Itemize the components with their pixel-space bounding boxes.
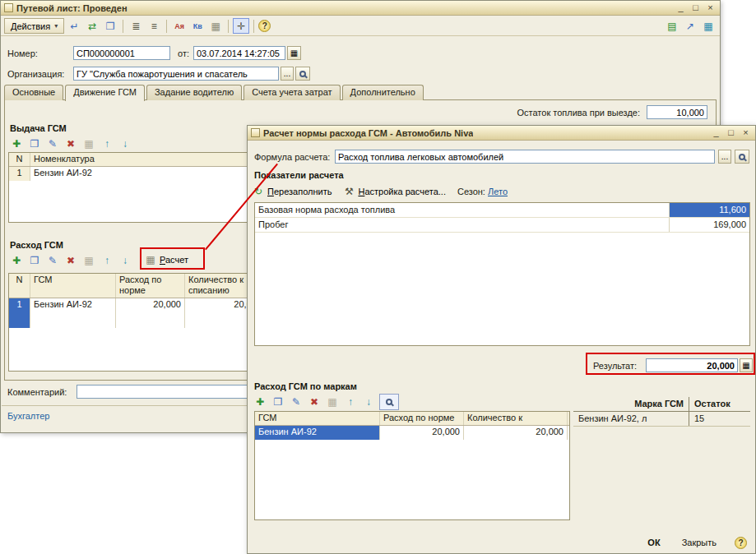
report-icon[interactable]: ▦ xyxy=(700,18,717,34)
calculator-icon[interactable]: ▦ xyxy=(740,358,753,372)
move-up-icon[interactable]: ↑ xyxy=(343,395,358,409)
formula-input[interactable] xyxy=(335,150,715,164)
row-number-cell[interactable]: 1 xyxy=(9,167,30,181)
main-titlebar: Путевой лист: Проведен _ □ × xyxy=(1,1,720,16)
column-header-n: N xyxy=(9,274,30,298)
brands-table-row[interactable]: Бензин АИ-92 20,000 20,000 xyxy=(255,426,569,440)
inactive-icon[interactable]: ▦ xyxy=(81,136,96,151)
copy-row-icon[interactable]: ❐ xyxy=(27,136,42,151)
search-icon[interactable] xyxy=(379,394,399,410)
tab-fuel-movement[interactable]: Движение ГСМ xyxy=(65,85,145,101)
season-label: Сезон: xyxy=(457,187,485,196)
minimize-icon[interactable]: _ xyxy=(675,2,687,13)
actions-button[interactable]: Действия ▾ xyxy=(4,18,64,34)
move-up-icon[interactable]: ↑ xyxy=(100,253,114,268)
date-from-label: от: xyxy=(178,48,189,58)
copy-icon[interactable]: ❐ xyxy=(102,18,118,34)
go-icon[interactable]: ↗ xyxy=(682,18,698,34)
delete-row-icon[interactable]: ✖ xyxy=(63,253,78,268)
dialog-buttons: ОК Закрыть ? xyxy=(644,536,747,549)
window-controls: _ □ × xyxy=(710,127,752,138)
indicator-value[interactable]: 169,000 xyxy=(669,218,749,232)
brands-table-header: ГСМ Расход по норме Количество к списани… xyxy=(255,412,569,426)
magnifier-glyph xyxy=(386,399,392,405)
refresh-icon: ↻ xyxy=(253,184,264,199)
close-icon[interactable]: × xyxy=(740,127,752,138)
close-button[interactable]: Закрыть xyxy=(679,536,720,549)
totals-icon[interactable]: Кв xyxy=(189,18,206,34)
ellipsis-button[interactable]: ... xyxy=(281,67,294,81)
journal-icon[interactable]: ▤ xyxy=(664,18,680,34)
calculate-label: Расчет xyxy=(160,255,188,265)
organization-label: Организация: xyxy=(7,69,64,79)
tab-cost-accounts[interactable]: Счета учета затрат xyxy=(243,85,340,100)
indicator-row[interactable]: Пробег 169,000 xyxy=(255,218,749,233)
close-icon[interactable]: × xyxy=(704,2,717,13)
tab-additional[interactable]: Дополнительно xyxy=(342,85,424,100)
add-row-icon[interactable]: ✚ xyxy=(9,136,24,151)
organization-input[interactable] xyxy=(73,67,279,81)
list-settings-icon[interactable]: ≡ xyxy=(146,18,162,34)
indicators-section-title: Показатели расчета xyxy=(254,170,344,180)
season-link[interactable]: Лето xyxy=(488,187,508,196)
result-input[interactable] xyxy=(646,358,738,372)
document-icon xyxy=(4,3,13,12)
tab-main[interactable]: Основные xyxy=(4,85,63,100)
calculate-button[interactable]: ▦ Расчет xyxy=(145,252,188,268)
structure-icon[interactable]: ✛ xyxy=(233,18,249,34)
delete-row-icon[interactable]: ✖ xyxy=(63,136,78,151)
edit-row-icon[interactable]: ✎ xyxy=(45,253,60,268)
sort-icon[interactable]: Ая xyxy=(171,18,188,34)
calendar-icon[interactable]: ▦ xyxy=(287,46,301,60)
save-icon[interactable]: ↵ xyxy=(66,18,82,34)
help-icon[interactable]: ? xyxy=(735,537,747,549)
edit-row-icon[interactable]: ✎ xyxy=(289,395,304,409)
number-input[interactable] xyxy=(73,46,170,60)
date-input[interactable] xyxy=(193,46,285,60)
inactive-icon[interactable]: ▦ xyxy=(81,253,96,268)
maximize-icon[interactable]: □ xyxy=(725,127,737,138)
gsm-cell[interactable]: Бензин АИ-92 xyxy=(30,298,116,328)
refill-button[interactable]: ↻ Перезаполнить xyxy=(253,183,332,200)
norm-cell[interactable]: 20,000 xyxy=(380,426,464,440)
row-number-cell[interactable]: 1 xyxy=(9,298,30,328)
writeoff-cell[interactable]: 20,000 xyxy=(464,426,568,440)
magnifier-icon[interactable] xyxy=(295,67,310,81)
consumption-table-row[interactable]: 1 Бензин АИ-92 20,000 20,000 xyxy=(9,298,267,328)
indicator-row[interactable]: Базовая норма расхода топлива 11,600 xyxy=(255,203,749,218)
tab-driver-task[interactable]: Задание водителю xyxy=(146,85,242,100)
indicator-value[interactable]: 11,600 xyxy=(669,203,749,217)
responsible-link[interactable]: Бухгалтер xyxy=(7,411,49,421)
fuel-rest-input[interactable] xyxy=(647,105,707,119)
move-down-icon[interactable]: ↓ xyxy=(361,395,376,409)
gsm-cell[interactable]: Бензин АИ-92 xyxy=(255,426,380,440)
move-down-icon[interactable]: ↓ xyxy=(118,253,132,268)
tools-icon: ⚒ xyxy=(343,184,355,199)
indicator-name[interactable]: Базовая норма расхода топлива xyxy=(255,203,669,217)
minimize-icon[interactable]: _ xyxy=(710,127,722,138)
add-row-icon[interactable]: ✚ xyxy=(253,395,267,409)
delete-row-icon[interactable]: ✖ xyxy=(307,395,322,409)
ok-button[interactable]: ОК xyxy=(644,536,663,549)
magnifier-icon[interactable] xyxy=(735,150,749,164)
add-row-icon[interactable]: ✚ xyxy=(9,253,24,268)
calculator-icon[interactable]: ▦ xyxy=(207,18,224,34)
move-up-icon[interactable]: ↑ xyxy=(100,136,114,151)
move-down-icon[interactable]: ↓ xyxy=(118,136,132,151)
reread-icon[interactable]: ⇄ xyxy=(84,18,100,34)
copy-row-icon[interactable]: ❐ xyxy=(271,395,285,409)
copy-row-icon[interactable]: ❐ xyxy=(27,253,42,268)
calc-settings-button[interactable]: ⚒ Настройка расчета... xyxy=(343,183,446,200)
brand-rest-header: Марка ГСМ Остаток xyxy=(573,397,750,412)
maximize-icon[interactable]: □ xyxy=(689,2,702,13)
column-header-norm: Расход по норме xyxy=(116,274,185,298)
ellipsis-button[interactable]: ... xyxy=(718,150,731,164)
help-icon[interactable]: ? xyxy=(258,20,271,32)
inactive-icon[interactable]: ▦ xyxy=(325,395,340,409)
edit-row-icon[interactable]: ✎ xyxy=(45,136,60,151)
issue-section-title: Выдача ГСМ xyxy=(10,123,67,133)
list-icon[interactable]: ≣ xyxy=(128,18,144,34)
column-header-gsm: ГСМ xyxy=(255,412,380,425)
norm-cell[interactable]: 20,000 xyxy=(116,298,185,328)
indicator-name[interactable]: Пробег xyxy=(255,218,669,232)
